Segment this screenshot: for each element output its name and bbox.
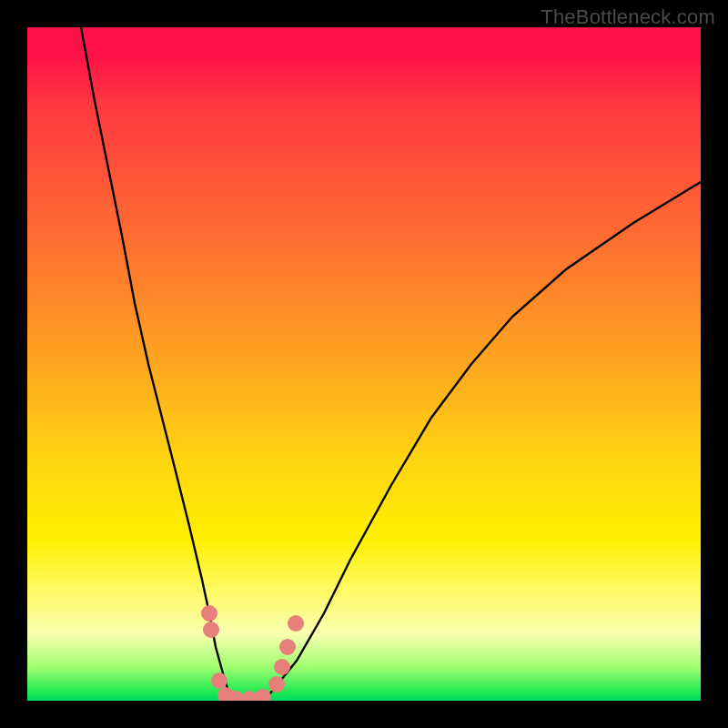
- bottleneck-curve: [27, 27, 701, 701]
- plot-area: [27, 27, 701, 701]
- marker: [255, 689, 271, 701]
- marker: [201, 605, 217, 622]
- marker: [288, 615, 304, 632]
- marker: [203, 622, 219, 638]
- marker: [279, 639, 296, 655]
- watermark-text: TheBottleneck.com: [541, 5, 715, 29]
- marker: [268, 676, 285, 693]
- marker: [211, 672, 228, 689]
- curve-path: [81, 27, 701, 701]
- chart-frame: TheBottleneck.com: [0, 0, 728, 728]
- marker: [274, 659, 290, 675]
